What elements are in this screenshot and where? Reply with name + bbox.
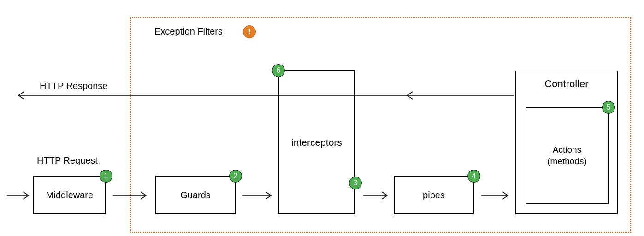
pipes-box: pipes — [394, 176, 474, 214]
guards-box: Guards — [155, 176, 236, 214]
badge-6: 6 — [272, 64, 285, 77]
middleware-box: Middleware — [33, 176, 106, 214]
actions-text-line1: Actions — [553, 144, 581, 156]
arrow-into-middleware — [7, 190, 32, 201]
arrow-response-left — [14, 90, 516, 101]
arrow-interceptors-to-pipes — [363, 190, 392, 201]
actions-text-line2: (methods) — [547, 156, 587, 167]
badge-2: 2 — [229, 170, 242, 183]
arrow-middleware-to-guards — [113, 190, 151, 201]
diagram-canvas: Exception Filters ! HTTP Response HTTP R… — [0, 0, 644, 236]
pipes-text: pipes — [423, 190, 445, 201]
badge-3: 3 — [349, 177, 362, 189]
badge-5: 5 — [602, 101, 615, 114]
middleware-text: Middleware — [46, 190, 93, 201]
actions-box: Actions (methods) — [526, 107, 609, 204]
guards-text: Guards — [180, 190, 211, 201]
http-request-label: HTTP Request — [37, 155, 98, 166]
warning-icon: ! — [243, 25, 256, 38]
interceptors-text: interceptors — [291, 137, 342, 148]
exception-filters-label: Exception Filters — [154, 26, 223, 37]
badge-4: 4 — [467, 170, 480, 183]
arrow-pipes-to-controller — [481, 190, 513, 201]
controller-text: Controller — [544, 78, 588, 90]
badge-1: 1 — [100, 170, 112, 183]
arrow-guards-to-interceptors — [242, 190, 276, 201]
